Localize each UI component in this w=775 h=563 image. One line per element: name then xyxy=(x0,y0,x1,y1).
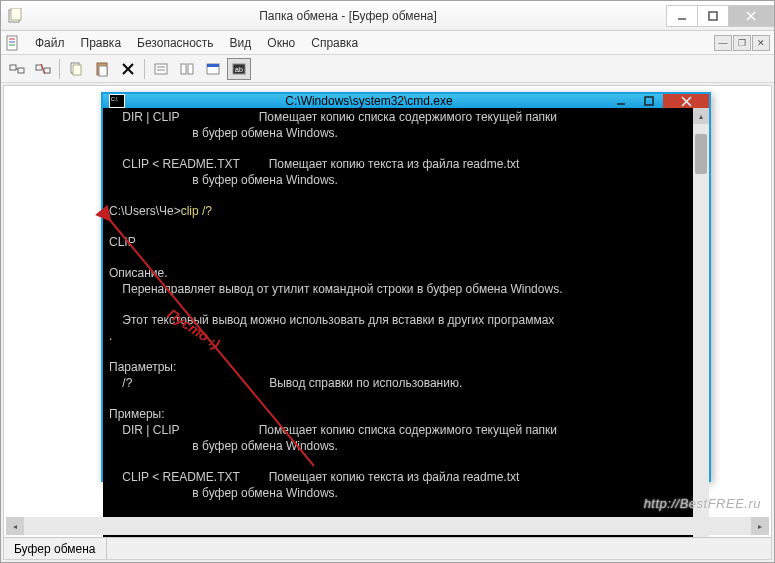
svg-rect-19 xyxy=(99,66,107,76)
svg-rect-25 xyxy=(181,64,186,74)
mdi-close-button[interactable]: ✕ xyxy=(752,35,770,51)
menu-edit[interactable]: Правка xyxy=(73,34,130,52)
tool-delete-icon[interactable] xyxy=(116,58,140,80)
scroll-up-icon[interactable]: ▴ xyxy=(693,108,709,124)
scroll-thumb[interactable] xyxy=(695,134,707,174)
horizontal-scrollbar[interactable]: ◂ ▸ xyxy=(6,517,769,535)
svg-text:ab: ab xyxy=(235,66,243,73)
svg-rect-6 xyxy=(7,36,17,50)
tool-copy-icon[interactable] xyxy=(64,58,88,80)
svg-rect-10 xyxy=(10,65,16,70)
menu-security[interactable]: Безопасность xyxy=(129,34,222,52)
close-button[interactable] xyxy=(728,5,774,27)
cmd-titlebar[interactable]: C:\Windows\system32\cmd.exe xyxy=(103,94,709,108)
tool-list-icon[interactable] xyxy=(149,58,173,80)
tool-disconnect-icon[interactable] xyxy=(31,58,55,80)
mdi-minimize-button[interactable]: — xyxy=(714,35,732,51)
tool-tile-icon[interactable] xyxy=(175,58,199,80)
tool-window-icon[interactable] xyxy=(201,58,225,80)
status-panel: Буфер обмена xyxy=(4,538,107,559)
mdi-restore-button[interactable]: ❐ xyxy=(733,35,751,51)
tool-preview-icon[interactable]: ab xyxy=(227,58,251,80)
app-icon xyxy=(7,8,23,24)
minimize-button[interactable] xyxy=(666,5,698,27)
svg-rect-13 xyxy=(36,65,42,70)
hscroll-left-icon[interactable]: ◂ xyxy=(6,517,24,535)
cmd-scrollbar[interactable]: ▴ ▾ xyxy=(693,108,709,560)
watermark: http://BestFREE.ru xyxy=(644,496,761,511)
toolbar: ab xyxy=(1,55,774,83)
svg-rect-3 xyxy=(709,12,717,20)
menu-window[interactable]: Окно xyxy=(259,34,303,52)
window-title: Папка обмена - [Буфер обмена] xyxy=(29,9,667,23)
svg-rect-26 xyxy=(188,64,193,74)
menubar: Файл Правка Безопасность Вид Окно Справк… xyxy=(1,31,774,55)
tool-paste-icon[interactable] xyxy=(90,58,114,80)
cmd-minimize-button[interactable] xyxy=(607,94,635,108)
menu-help[interactable]: Справка xyxy=(303,34,366,52)
svg-rect-17 xyxy=(73,65,81,75)
main-window: Папка обмена - [Буфер обмена] Файл Правк… xyxy=(0,0,775,563)
client-area: C:\Windows\system32\cmd.exe DIR | CLIP П… xyxy=(3,85,772,560)
menu-view[interactable]: Вид xyxy=(222,34,260,52)
cmd-title: C:\Windows\system32\cmd.exe xyxy=(131,94,607,108)
cmd-window: C:\Windows\system32\cmd.exe DIR | CLIP П… xyxy=(101,92,711,482)
menu-file[interactable]: Файл xyxy=(27,34,73,52)
doc-icon xyxy=(5,35,21,51)
cmd-close-button[interactable] xyxy=(663,94,709,108)
svg-rect-32 xyxy=(645,97,653,105)
tool-connect-icon[interactable] xyxy=(5,58,29,80)
cmd-output[interactable]: DIR | CLIP Помещает копию списка содержи… xyxy=(103,108,693,560)
cmd-maximize-button[interactable] xyxy=(635,94,663,108)
svg-rect-1 xyxy=(11,8,21,20)
outer-titlebar: Папка обмена - [Буфер обмена] xyxy=(1,1,774,31)
cmd-icon xyxy=(109,94,125,108)
svg-rect-22 xyxy=(155,64,167,74)
hscroll-right-icon[interactable]: ▸ xyxy=(751,517,769,535)
svg-rect-11 xyxy=(18,68,24,73)
statusbar: Буфер обмена xyxy=(4,537,771,559)
svg-rect-28 xyxy=(207,64,219,67)
svg-rect-14 xyxy=(44,68,50,73)
maximize-button[interactable] xyxy=(697,5,729,27)
